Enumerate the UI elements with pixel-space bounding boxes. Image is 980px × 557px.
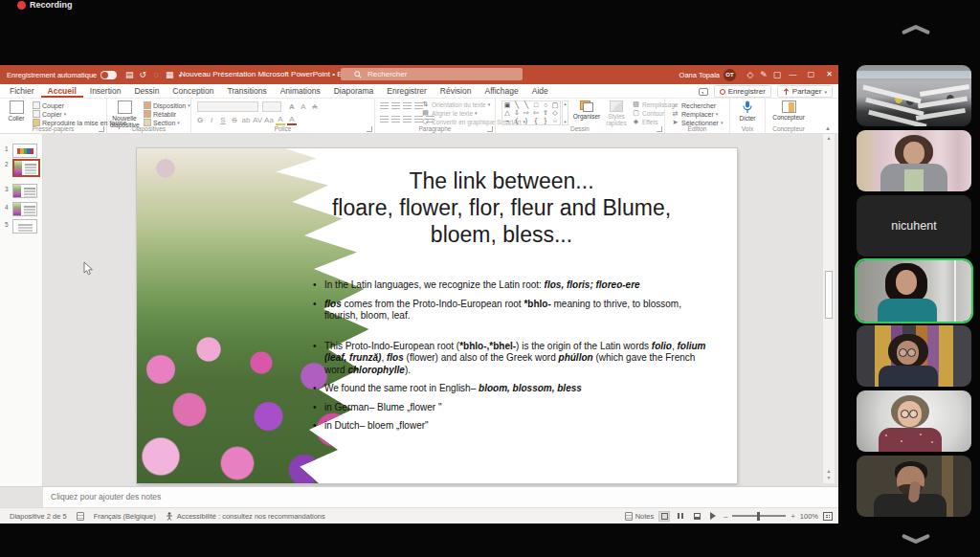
next-slide-icon[interactable]: ▼: [827, 475, 832, 480]
decrease-indent-icon[interactable]: [403, 102, 412, 110]
slide-sorter-view-button[interactable]: [675, 511, 686, 522]
cut-button[interactable]: Couper: [33, 101, 64, 109]
minimize-button[interactable]: —: [784, 65, 802, 84]
coach-diamond-icon[interactable]: ◇: [744, 70, 757, 79]
clipboard-dialog-launcher[interactable]: [99, 126, 104, 132]
font-format-button[interactable]: G: [195, 116, 205, 124]
previous-next-slide-buttons[interactable]: ▲▼: [823, 468, 835, 481]
shape-glyph[interactable]: {: [535, 117, 537, 124]
slideshow-button[interactable]: [707, 511, 719, 522]
ribbon-tab-diaporama[interactable]: Diaporama: [327, 84, 381, 98]
share-button[interactable]: Partager▾: [777, 85, 833, 98]
ribbon-tab-dessin[interactable]: Dessin: [127, 84, 166, 98]
shape-glyph[interactable]: □: [534, 101, 538, 109]
font-name-select[interactable]: [197, 101, 258, 112]
align-text-button[interactable]: ▤Aligner le texte▾: [421, 109, 478, 117]
font-size-button[interactable]: A: [310, 102, 320, 111]
shape-glyph[interactable]: ): [525, 117, 527, 124]
ribbon-tab-enregistrer[interactable]: Enregistrer: [380, 84, 434, 98]
shape-glyph[interactable]: ⇧: [543, 109, 548, 117]
video-tile-participant-1[interactable]: [857, 65, 971, 126]
avatar[interactable]: OT: [724, 69, 736, 81]
slide-bullets[interactable]: •In the Latin languages, we recognize th…: [312, 279, 714, 439]
draw-pencil-icon[interactable]: ✎: [757, 70, 770, 79]
reading-view-button[interactable]: [691, 511, 702, 522]
notes-pane[interactable]: Cliquez pour ajouter des notes: [43, 486, 838, 507]
text-direction-button[interactable]: ⇅Orientation du texte▾: [421, 100, 490, 108]
align-left-icon[interactable]: [380, 116, 389, 123]
ribbon-tab-fichier[interactable]: Fichier: [3, 84, 41, 98]
new-slide-button[interactable]: Nouvelle diapositive: [110, 100, 139, 128]
spellcheck-icon[interactable]: [77, 512, 84, 521]
shape-glyph[interactable]: }: [545, 117, 546, 124]
shape-glyph[interactable]: ○: [544, 101, 547, 109]
zoom-slider[interactable]: [732, 515, 786, 517]
shape-glyph[interactable]: ⌣: [505, 117, 510, 124]
shape-glyph[interactable]: ╲: [515, 101, 519, 109]
ribbon-tab-transitions[interactable]: Transitions: [220, 84, 273, 98]
scroll-up-icon[interactable]: ▲: [823, 135, 835, 141]
shapes-gallery[interactable]: ▣╲╲□○▢△⇩⇨⇦⇧◇⌣(){}☆: [501, 100, 561, 125]
video-tile-nicuhent[interactable]: nicuhent: [857, 195, 971, 256]
vertical-scrollbar[interactable]: ▲ ▲▼: [822, 134, 835, 483]
zoom-level[interactable]: 100%: [800, 512, 818, 521]
start-presentation-icon[interactable]: ▦: [163, 70, 176, 79]
shape-glyph[interactable]: ☆: [552, 117, 558, 124]
ribbon-tab-aide[interactable]: Aide: [525, 84, 555, 98]
font-format-button[interactable]: S: [230, 116, 239, 124]
close-button[interactable]: ✕: [820, 65, 838, 84]
shapes-scroll-up-icon[interactable]: ▲: [564, 101, 568, 106]
designer-button[interactable]: Concepteur: [772, 100, 805, 121]
shape-glyph[interactable]: ▣: [504, 101, 511, 109]
shapes-scrollbar[interactable]: ▲▼: [562, 100, 568, 125]
slide-title[interactable]: The link between... floare, flower, flor…: [280, 167, 723, 248]
shape-glyph[interactable]: △: [504, 109, 509, 117]
shape-glyph[interactable]: ◇: [552, 109, 557, 117]
bullet-list-icon[interactable]: [380, 102, 389, 110]
comments-icon[interactable]: [699, 88, 708, 96]
ribbon-tab-affichage[interactable]: Affichage: [478, 84, 524, 98]
arrange-button[interactable]: Organiser: [570, 100, 603, 120]
reset-button[interactable]: Rétablir: [144, 110, 176, 118]
numbered-list-icon[interactable]: [391, 102, 400, 110]
layout-button[interactable]: Disposition▾: [144, 101, 190, 109]
font-format-button[interactable]: I: [207, 116, 216, 124]
font-format-button[interactable]: Aa: [264, 116, 274, 124]
list-buttons[interactable]: [380, 102, 423, 110]
accessibility-status[interactable]: Accessibilité : consultez nos recommanda…: [177, 512, 325, 521]
video-tile-participant-7[interactable]: [857, 456, 971, 517]
scroll-participants-down-icon[interactable]: [902, 532, 930, 546]
font-style-buttons[interactable]: GISSabAVAaAA: [195, 115, 297, 125]
shape-glyph[interactable]: (: [516, 117, 518, 124]
ribbon-tab-conception[interactable]: Conception: [166, 84, 220, 98]
align-center-icon[interactable]: [391, 116, 400, 123]
previous-slide-icon[interactable]: ▲: [827, 468, 832, 474]
shape-outline-button[interactable]: ▢Contour: [632, 109, 664, 117]
font-grow-shrink-buttons[interactable]: AAA: [287, 102, 320, 111]
font-format-button[interactable]: A: [276, 115, 285, 125]
ribbon-tab-révision[interactable]: Révision: [434, 84, 479, 98]
ribbon-tab-insertion[interactable]: Insertion: [83, 84, 128, 98]
dictate-button[interactable]: Dicter: [733, 100, 762, 122]
shape-glyph[interactable]: ⇦: [533, 109, 539, 117]
replace-button[interactable]: ⇄Remplacer▾: [671, 110, 718, 118]
video-tile-participant-5[interactable]: [857, 325, 971, 387]
font-dialog-launcher[interactable]: [367, 126, 372, 132]
fit-to-window-button[interactable]: [823, 512, 833, 521]
align-right-icon[interactable]: [403, 116, 412, 123]
font-format-button[interactable]: A: [287, 115, 297, 125]
redo-icon[interactable]: ◌: [149, 70, 163, 79]
video-tile-participant-4[interactable]: [857, 260, 971, 322]
quick-styles-button[interactable]: Styles rapides: [603, 100, 630, 126]
slide-canvas[interactable]: The link between... floare, flower, flor…: [137, 148, 737, 483]
restore-button[interactable]: ▢: [802, 65, 820, 84]
record-button[interactable]: Enregistrer: [714, 85, 771, 98]
normal-view-button[interactable]: [658, 511, 670, 522]
undo-icon[interactable]: ↺: [136, 70, 149, 79]
font-format-button[interactable]: AV: [253, 116, 262, 124]
shape-glyph[interactable]: ╲: [524, 101, 528, 109]
ribbon-options-icon[interactable]: ▢: [770, 70, 784, 79]
shape-effects-button[interactable]: ◈Effets: [632, 118, 658, 125]
zoom-slider-thumb[interactable]: [757, 512, 760, 521]
zoom-in-button[interactable]: +: [791, 512, 794, 521]
